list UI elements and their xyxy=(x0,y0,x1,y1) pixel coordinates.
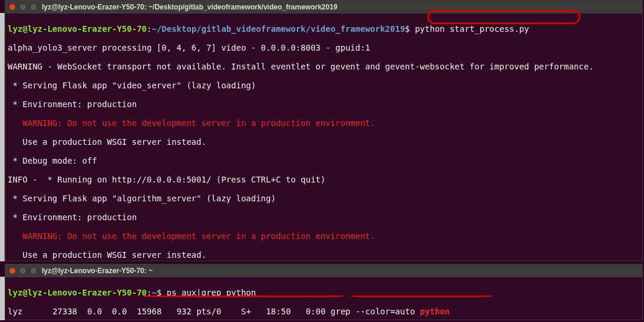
cmd-2: ps aux|grep python xyxy=(167,288,256,297)
minimize-icon[interactable] xyxy=(19,4,27,11)
terminal-window-2: lyz@lyz-Lenovo-Erazer-Y50-70: ~ lyz@lyz-… xyxy=(5,264,643,320)
prompt-path: ~ xyxy=(151,288,156,297)
prompt-path: ~/Desktop/gitlab_videoframework/video_fr… xyxy=(151,24,405,34)
output-line: * Environment: production xyxy=(8,99,640,109)
ps-vsz: 15968 xyxy=(137,307,161,316)
ps-time: 0:00 xyxy=(306,307,326,316)
close-icon[interactable] xyxy=(9,267,16,274)
cmd-1: python start_process.py xyxy=(415,24,529,34)
prompt-user: lyz@lyz-Lenovo-Erazer-Y50-70 xyxy=(8,24,147,34)
warning-line: WARNING: Do not use the development serv… xyxy=(8,118,640,128)
ps-mem: 0.0 xyxy=(112,307,127,316)
maximize-icon[interactable] xyxy=(30,267,37,274)
output-line: Use a production WSGI server instead. xyxy=(8,137,640,147)
window-title-1: lyz@lyz-Lenovo-Erazer-Y50-70: ~/Desktop/… xyxy=(42,3,338,11)
titlebar-1[interactable]: lyz@lyz-Lenovo-Erazer-Y50-70: ~/Desktop/… xyxy=(5,1,642,14)
ps-user: lyz xyxy=(8,307,22,316)
window-title-2: lyz@lyz-Lenovo-Erazer-Y50-70: ~ xyxy=(42,267,153,275)
output-line: alpha_yolo3_server processing [0, 4, 6, … xyxy=(8,43,640,52)
output-line: WARNING - WebSocket transport not availa… xyxy=(8,62,640,71)
ps-rss: 932 xyxy=(177,307,191,316)
ps-tty: pts/0 xyxy=(196,307,221,316)
ps-pid: 27338 xyxy=(52,307,77,316)
left-scroll-strip xyxy=(0,13,5,261)
titlebar-2[interactable]: lyz@lyz-Lenovo-Erazer-Y50-70: ~ xyxy=(5,264,642,277)
output-line: INFO - * Running on http://0.0.0.0:5001/… xyxy=(8,175,640,184)
maximize-icon[interactable] xyxy=(30,4,37,11)
ps-start: 18:50 xyxy=(266,307,290,316)
terminal-body-2[interactable]: lyz@lyz-Lenovo-Erazer-Y50-70:~$ ps aux|g… xyxy=(5,277,642,322)
ps-cpu: 0.0 xyxy=(87,307,102,316)
minimize-icon[interactable] xyxy=(19,267,27,274)
output-line: * Serving Flask app "algorithm_server" (… xyxy=(8,194,640,203)
prompt-user: lyz@lyz-Lenovo-Erazer-Y50-70 xyxy=(8,288,147,297)
ps-cmd-prefix: grep --color=auto xyxy=(331,307,420,316)
warning-line: WARNING: Do not use the development serv… xyxy=(8,231,640,241)
output-line: * Debug mode: off xyxy=(8,156,640,165)
terminal-window-1: lyz@lyz-Lenovo-Erazer-Y50-70: ~/Desktop/… xyxy=(5,0,643,261)
output-line: * Environment: production xyxy=(8,213,640,222)
ps-stat: S+ xyxy=(241,307,251,316)
output-line: * Serving Flask app "video_server" (lazy… xyxy=(8,81,640,90)
output-line: Use a production WSGI server instead. xyxy=(8,250,640,260)
left-scroll-strip-2 xyxy=(0,277,5,320)
close-icon[interactable] xyxy=(9,4,16,11)
ps-cmd-match: python xyxy=(420,307,450,316)
